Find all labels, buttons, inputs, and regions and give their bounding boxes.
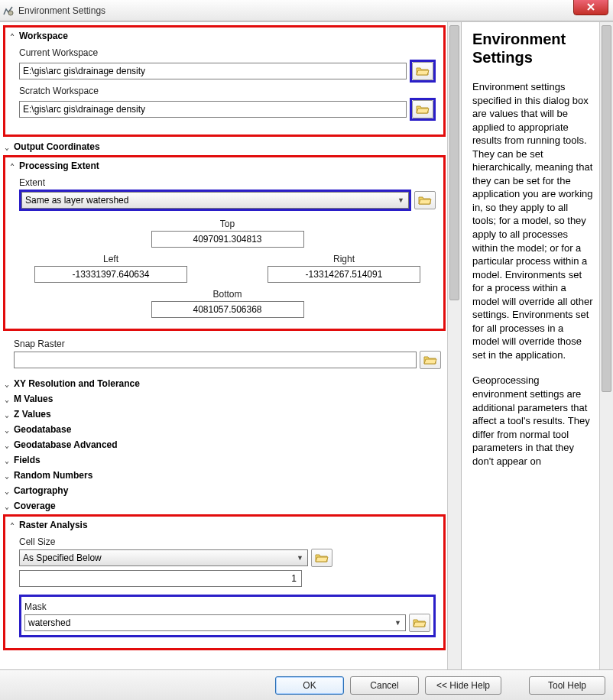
section-title: Raster Analysis	[19, 520, 88, 530]
section-header-z-values[interactable]: ⌄Z Values	[3, 407, 446, 421]
mask-label: Mask	[24, 601, 430, 612]
cell-size-value-input[interactable]: 1	[19, 570, 302, 587]
window-title: Environment Settings	[18, 5, 105, 16]
help-paragraph-2: Geoprocessing environment settings are a…	[472, 374, 593, 468]
settings-pane: ⌃ Workspace Current Workspace E:\gis\arc…	[0, 22, 462, 669]
section-title: Z Values	[14, 409, 51, 420]
chevron-down-icon: ⌄	[3, 380, 11, 388]
scratch-workspace-input[interactable]: E:\gis\arc gis\drainage density	[19, 101, 407, 118]
browse-cell-size-button[interactable]	[311, 549, 332, 567]
section-raster-analysis: ⌃ Raster Analysis Cell Size As Specified…	[8, 518, 440, 642]
folder-open-icon	[418, 195, 432, 206]
section-workspace: ⌃ Workspace Current Workspace E:\gis\arc…	[8, 29, 440, 128]
section-title: M Values	[14, 394, 53, 404]
cell-size-label: Cell Size	[19, 536, 436, 547]
folder-open-icon	[315, 553, 329, 563]
help-title: Environment Settings	[472, 30, 593, 66]
section-header-raster-analysis[interactable]: ⌃ Raster Analysis	[8, 518, 440, 532]
section-header-cartography[interactable]: ⌄Cartography	[3, 484, 446, 497]
extent-left-label: Left	[34, 254, 187, 264]
settings-scrollbar[interactable]	[447, 22, 461, 669]
close-button[interactable]	[573, 0, 608, 15]
section-title: Random Numbers	[14, 470, 92, 481]
svg-point-0	[8, 11, 13, 15]
main-area: ⌃ Workspace Current Workspace E:\gis\arc…	[0, 21, 613, 669]
section-header-xy-resolution[interactable]: ⌄XY Resolution and Tolerance	[3, 377, 446, 391]
extent-bottom: Bottom 4081057.506368	[151, 286, 304, 318]
section-header-processing-extent[interactable]: ⌃ Processing Extent	[8, 159, 440, 173]
cell-size-select[interactable]: As Specified Below	[19, 549, 308, 566]
chevron-down-icon: ⌄	[3, 456, 11, 465]
folder-open-icon	[416, 66, 430, 76]
chevron-up-icon: ⌃	[8, 32, 16, 41]
chevron-down-icon: ⌄	[3, 502, 11, 510]
title-bar: Environment Settings	[0, 0, 613, 21]
extent-right: Right -13314267.514091	[268, 251, 420, 283]
folder-open-icon	[416, 104, 430, 115]
section-output-coordinates: ⌄ Output Coordinates	[3, 140, 446, 154]
help-paragraph-1: Environment settings specified in this d…	[472, 80, 593, 361]
browse-extent-button[interactable]	[414, 191, 436, 209]
section-title: Fields	[14, 455, 41, 465]
section-header-m-values[interactable]: ⌄M Values	[3, 392, 446, 406]
help-scrollbar[interactable]	[599, 22, 613, 669]
chevron-down-icon: ⌄	[3, 143, 11, 151]
extent-select[interactable]: Same as layer watershed	[21, 192, 409, 209]
chevron-down-icon: ⌄	[3, 441, 11, 449]
snap-raster-label: Snap Raster	[14, 339, 441, 349]
section-header-fields[interactable]: ⌄Fields	[3, 453, 446, 467]
section-header-random-numbers[interactable]: ⌄Random Numbers	[3, 468, 446, 482]
tool-help-button[interactable]: Tool Help	[529, 676, 605, 695]
current-workspace-label: Current Workspace	[19, 47, 436, 58]
processing-extent-highlight: ⌃ Processing Extent Extent Same as layer…	[3, 155, 446, 331]
browse-mask-button[interactable]	[409, 614, 430, 632]
ok-button[interactable]: OK	[275, 676, 344, 695]
folder-open-icon	[423, 355, 437, 365]
chevron-up-icon: ⌃	[8, 162, 16, 170]
scroll-thumb[interactable]	[449, 25, 459, 300]
chevron-down-icon: ⌄	[3, 487, 11, 495]
extent-top-label: Top	[151, 219, 304, 229]
browse-scratch-workspace-button[interactable]	[412, 100, 433, 118]
extent-left-input[interactable]: -13331397.640634	[34, 266, 187, 283]
help-content: Environment Settings Environment setting…	[462, 22, 599, 669]
workspace-highlight: ⌃ Workspace Current Workspace E:\gis\arc…	[3, 25, 446, 137]
scroll-thumb[interactable]	[602, 25, 611, 392]
extent-top-input[interactable]: 4097091.304813	[151, 231, 304, 248]
cancel-button[interactable]: Cancel	[350, 676, 419, 695]
app-icon	[2, 4, 15, 18]
chevron-down-icon: ⌄	[3, 410, 11, 419]
section-title: Output Coordinates	[14, 141, 100, 152]
chevron-down-icon: ⌄	[3, 472, 11, 480]
settings-content: ⌃ Workspace Current Workspace E:\gis\arc…	[0, 22, 447, 669]
dialog-footer: OK Cancel << Hide Help Tool Help	[0, 669, 613, 700]
section-header-output-coordinates[interactable]: ⌄ Output Coordinates	[3, 140, 446, 154]
section-title: Geodatabase	[14, 424, 71, 435]
chevron-down-icon: ⌄	[3, 395, 11, 403]
section-title: Processing Extent	[19, 160, 99, 171]
extent-top: Top 4097091.304813	[151, 216, 304, 248]
browse-snap-raster-button[interactable]	[420, 351, 441, 369]
extent-label: Extent	[19, 177, 436, 188]
hide-help-button[interactable]: << Hide Help	[425, 676, 501, 695]
section-header-geodatabase-advanced[interactable]: ⌄Geodatabase Advanced	[3, 438, 446, 452]
section-header-coverage[interactable]: ⌄Coverage	[3, 499, 446, 513]
raster-analysis-highlight: ⌃ Raster Analysis Cell Size As Specified…	[3, 514, 446, 650]
extent-bottom-label: Bottom	[151, 289, 304, 300]
extent-bottom-input[interactable]: 4081057.506368	[151, 301, 304, 318]
section-title: Workspace	[19, 31, 68, 41]
chevron-down-icon: ⌄	[3, 426, 11, 434]
extent-left: Left -13331397.640634	[34, 251, 187, 283]
section-title: XY Resolution and Tolerance	[14, 378, 140, 389]
extent-right-input[interactable]: -13314267.514091	[268, 266, 420, 283]
mask-select[interactable]: watershed	[24, 614, 406, 631]
extent-right-label: Right	[268, 254, 420, 264]
section-header-geodatabase[interactable]: ⌄Geodatabase	[3, 423, 446, 436]
section-title: Geodatabase Advanced	[14, 439, 118, 450]
chevron-up-icon: ⌃	[8, 521, 16, 530]
snap-raster-input[interactable]	[14, 352, 417, 368]
current-workspace-input[interactable]: E:\gis\arc gis\drainage density	[19, 63, 407, 79]
browse-current-workspace-button[interactable]	[412, 62, 433, 80]
section-header-workspace[interactable]: ⌃ Workspace	[8, 29, 440, 43]
section-processing-extent: ⌃ Processing Extent Extent Same as layer…	[8, 159, 440, 322]
